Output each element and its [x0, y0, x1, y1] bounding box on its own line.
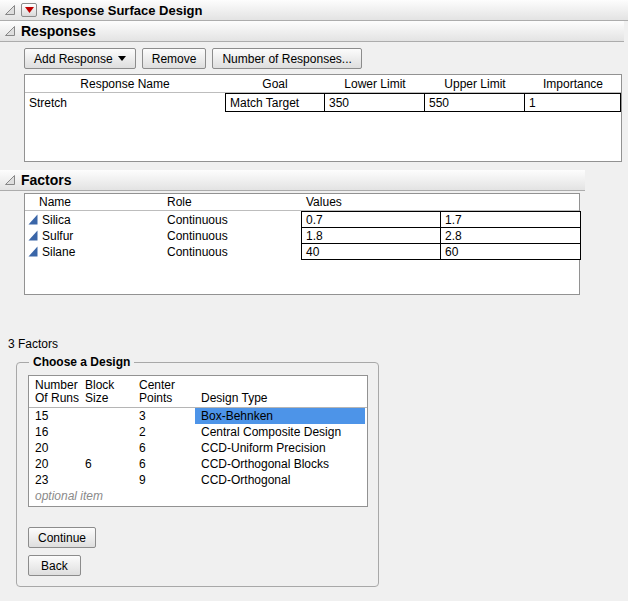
factor-row: Sulfur Continuous 1.8 2.8: [25, 227, 579, 244]
choose-design-title: Choose a Design: [29, 355, 134, 369]
factor-low-value-cell[interactable]: 40: [301, 243, 441, 260]
title-bar: Response Surface Design: [0, 0, 628, 21]
factor-role-cell[interactable]: Continuous: [165, 243, 301, 260]
responses-table: Response Name Goal Lower Limit Upper Lim…: [24, 74, 622, 162]
factor-name-label: Silica: [42, 213, 71, 227]
continuous-factor-icon: [28, 214, 38, 225]
design-row-ccd-orthogonal[interactable]: 23 9 CCD-Orthogonal: [29, 472, 367, 488]
factors-table-header: Name Role Values: [25, 194, 579, 211]
col-design-type: Design Type: [195, 379, 365, 407]
choose-design-groupbox: Choose a Design Number Of Runs Block Siz…: [16, 355, 379, 587]
number-of-responses-button[interactable]: Number of Responses...: [212, 48, 361, 69]
response-goal-cell[interactable]: Match Target: [225, 93, 325, 112]
factor-count-label: 3 Factors: [8, 337, 628, 351]
factors-section-title: Factors: [21, 172, 72, 188]
col-goal: Goal: [225, 75, 325, 92]
responses-disclosure-icon[interactable]: [4, 25, 16, 37]
factor-name-label: Silane: [42, 245, 75, 259]
page-title: Response Surface Design: [42, 3, 202, 18]
response-name-cell[interactable]: Stretch: [25, 93, 225, 112]
red-triangle-icon: [25, 7, 34, 13]
factor-row: Silane Continuous 40 60: [25, 243, 579, 260]
response-lower-limit-cell[interactable]: 350: [325, 93, 425, 112]
factor-name-cell[interactable]: Sulfur: [25, 227, 165, 244]
add-response-button[interactable]: Add Response: [24, 48, 136, 69]
factor-role-cell[interactable]: Continuous: [165, 227, 301, 244]
responses-button-row: Add Response Remove Number of Responses.…: [24, 48, 628, 69]
factor-low-value-cell[interactable]: 1.8: [301, 227, 441, 244]
factor-high-value-cell[interactable]: 2.8: [441, 227, 581, 244]
responses-header-bar: Responses: [0, 21, 624, 42]
factor-high-value-cell[interactable]: 1.7: [441, 211, 581, 228]
continuous-factor-icon: [28, 246, 38, 257]
col-block-size: Block Size: [79, 379, 133, 407]
design-row-central-composite[interactable]: 16 2 Central Composite Design: [29, 424, 367, 440]
selected-design-type: Box-Behnken: [195, 408, 365, 424]
factors-table: Name Role Values Silica Continuous 0.7 1…: [24, 193, 580, 295]
back-button[interactable]: Back: [28, 555, 81, 576]
col-response-name: Response Name: [25, 75, 225, 92]
col-lower-limit: Lower Limit: [325, 75, 425, 92]
col-center-points: Center Points: [133, 379, 195, 407]
design-row-box-behnken[interactable]: 15 3 Box-Behnken: [29, 408, 367, 424]
response-importance-cell[interactable]: 1: [525, 93, 621, 112]
factor-name-cell[interactable]: Silane: [25, 243, 165, 260]
col-role: Role: [165, 194, 301, 210]
factors-disclosure-icon[interactable]: [4, 174, 16, 186]
red-triangle-menu-button[interactable]: [21, 3, 37, 17]
remove-button[interactable]: Remove: [142, 48, 207, 69]
factor-low-value-cell[interactable]: 0.7: [301, 211, 441, 228]
responses-table-header: Response Name Goal Lower Limit Upper Lim…: [25, 75, 621, 93]
factor-name-cell[interactable]: Silica: [25, 211, 165, 228]
col-number-of-runs: Number Of Runs: [29, 379, 79, 407]
continue-button[interactable]: Continue: [28, 527, 96, 548]
design-row-ccd-orthogonal-blocks[interactable]: 20 6 6 CCD-Orthogonal Blocks: [29, 456, 367, 472]
dropdown-arrow-icon: [118, 56, 126, 61]
response-upper-limit-cell[interactable]: 550: [425, 93, 525, 112]
design-row-ccd-uniform-precision[interactable]: 20 6 CCD-Uniform Precision: [29, 440, 367, 456]
optional-item-placeholder: optional item: [29, 488, 367, 504]
factor-name-label: Sulfur: [42, 229, 73, 243]
col-values: Values: [301, 194, 581, 210]
design-list: Number Of Runs Block Size Center Points …: [28, 375, 368, 507]
factors-header-bar: Factors: [0, 170, 585, 191]
col-importance: Importance: [525, 75, 621, 92]
response-row: Stretch Match Target 350 550 1: [25, 93, 621, 112]
design-list-header: Number Of Runs Block Size Center Points …: [29, 376, 367, 408]
col-upper-limit: Upper Limit: [425, 75, 525, 92]
continuous-factor-icon: [28, 230, 38, 241]
factor-high-value-cell[interactable]: 60: [441, 243, 581, 260]
add-response-label: Add Response: [34, 52, 113, 66]
col-name: Name: [25, 194, 165, 210]
disclosure-triangle-icon[interactable]: [4, 4, 16, 16]
responses-section-title: Responses: [21, 23, 96, 39]
factor-role-cell[interactable]: Continuous: [165, 211, 301, 228]
factor-row: Silica Continuous 0.7 1.7: [25, 211, 579, 228]
